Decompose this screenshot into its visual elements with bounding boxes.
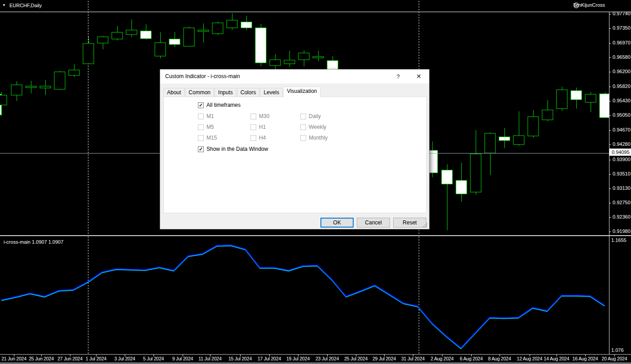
timeframe-m30-checkbox-label: M30 [259, 113, 269, 119]
candlestick [212, 23, 223, 34]
price-axis-label: 0.91980 [613, 228, 631, 234]
price-axis-label: 0.96580 [613, 54, 631, 60]
candlestick [155, 43, 166, 56]
timeframe-m5-checkbox-box[interactable] [198, 124, 204, 130]
show-data-window-checkbox-box[interactable]: ✓ [198, 146, 204, 152]
price-tick [609, 130, 611, 131]
price-axis-label: 0.97350 [613, 25, 631, 31]
candlestick [470, 154, 481, 192]
time-axis-label: 23 Jul 2024 [316, 356, 339, 361]
timeframe-h1-checkbox-box[interactable] [250, 124, 256, 130]
tab-colors[interactable]: Colors [237, 88, 260, 97]
candlestick [528, 117, 539, 136]
timeframe-daily-checkbox-label: Daily [309, 113, 321, 119]
tab-levels[interactable]: Levels [260, 88, 283, 97]
indicator-badge: TenKijunCross [573, 2, 605, 8]
time-axis-label: 1 Jul 2024 [86, 356, 106, 361]
timeframe-h4-checkbox[interactable]: H4 [250, 135, 266, 141]
candlestick [241, 22, 252, 28]
time-axis-label: 6 Aug 2024 [460, 356, 482, 361]
timeframe-daily-checkbox-box[interactable] [300, 114, 306, 119]
show-data-window-checkbox[interactable]: ✓Show in the Data Window [198, 146, 268, 152]
price-axis-label: 0.96200 [613, 69, 631, 74]
timeframe-m15-checkbox[interactable]: M15 [198, 135, 217, 141]
timeframe-m30-checkbox-box[interactable] [250, 114, 256, 119]
indicator-properties-dialog: Custom Indicator - i-cross-main ? ✕ Abou… [160, 69, 429, 229]
timeframe-weekly-checkbox-box[interactable] [300, 124, 306, 130]
time-axis-label: 3 Jul 2024 [114, 356, 135, 361]
candlestick [83, 44, 94, 64]
symbol-period-text: EURCHF,Daily [9, 3, 42, 8]
mt5-chart-window: ▼ EURCHF,Daily TenKijunCross i-cross-mai… [0, 0, 631, 364]
price-tick [609, 57, 611, 58]
price-tick [609, 145, 611, 145]
candlestick [442, 170, 452, 184]
timeframe-m15-checkbox-label: M15 [206, 135, 217, 141]
timeframe-daily-checkbox[interactable]: Daily [300, 113, 321, 119]
tab-visualization[interactable]: Visualization [283, 87, 320, 97]
price-tick [609, 160, 611, 160]
time-axis-label: 25 Jul 2024 [344, 356, 368, 361]
price-axis[interactable]: 0.977400.973500.969700.965800.962000.958… [609, 0, 631, 355]
time-axis-border [0, 354, 631, 355]
time-axis-label: 15 Jul 2024 [228, 356, 252, 361]
tab-common[interactable]: Common [185, 88, 214, 97]
timeframe-weekly-checkbox-label: Weekly [309, 124, 326, 130]
price-tick [609, 203, 611, 203]
close-button[interactable]: ✕ [414, 72, 424, 81]
symbol-label[interactable]: ▼ EURCHF,Daily [2, 3, 42, 8]
timeframe-m1-checkbox-box[interactable] [198, 114, 204, 119]
time-axis-label: 17 Jul 2024 [258, 356, 281, 361]
price-axis-label: 0.92360 [613, 214, 631, 219]
candlestick [600, 94, 609, 118]
candlestick [140, 31, 151, 39]
timeframe-weekly-checkbox[interactable]: Weekly [300, 124, 326, 130]
chart-top-border [0, 12, 631, 12]
time-axis-label: 12 Aug 2024 [517, 356, 543, 361]
candlestick [313, 57, 324, 58]
window-bottom-border [0, 363, 631, 364]
dialog-resize-grip[interactable] [426, 226, 427, 227]
timeframe-m1-checkbox[interactable]: M1 [198, 113, 214, 119]
price-tick [609, 87, 611, 87]
timeframe-monthly-checkbox[interactable]: Monthly [300, 135, 328, 141]
current-price-tag: 0.94095 [609, 149, 631, 156]
price-axis-label: 0.92750 [613, 200, 631, 205]
time-axis-label: 27 Jun 2024 [57, 356, 83, 361]
timeframe-m5-checkbox-label: M5 [206, 124, 214, 130]
subwindow-min-label: 1.076 [611, 347, 624, 353]
price-tick [609, 14, 611, 14]
timeframe-m30-checkbox[interactable]: M30 [250, 113, 269, 119]
price-axis-label: 0.93130 [613, 185, 631, 191]
cancel-button[interactable]: Cancel [357, 218, 390, 228]
candlestick [557, 90, 567, 109]
tab-about[interactable]: About [163, 88, 184, 97]
chevron-down-icon: ▼ [2, 4, 6, 7]
timeframe-monthly-checkbox-box[interactable] [300, 135, 306, 141]
ok-button[interactable]: OK [320, 218, 354, 228]
all-timeframes-checkbox-box[interactable]: ✓ [198, 102, 204, 108]
timeframe-m5-checkbox[interactable]: M5 [198, 124, 214, 130]
time-axis-label: 31 Jul 2024 [401, 356, 425, 361]
price-axis-label: 0.93510 [613, 171, 631, 176]
reset-button[interactable]: Reset [393, 218, 426, 228]
price-tick [609, 232, 611, 232]
timeframe-m15-checkbox-box[interactable] [198, 135, 204, 141]
candlestick [40, 86, 51, 88]
dialog-titlebar[interactable]: Custom Indicator - i-cross-main ? ✕ [160, 70, 429, 83]
candlestick [184, 28, 194, 46]
help-button[interactable]: ? [393, 72, 403, 81]
timeframe-h4-checkbox-box[interactable] [250, 135, 256, 141]
timeframe-h1-checkbox-label: H1 [259, 124, 266, 130]
price-axis-label: 0.96970 [613, 40, 631, 45]
tab-inputs[interactable]: Inputs [215, 88, 237, 97]
time-axis-label: 19 Jul 2024 [286, 356, 310, 361]
time-axis-label: 11 Jul 2024 [198, 356, 221, 361]
candlestick [284, 60, 295, 64]
subwindow-divider[interactable] [0, 235, 631, 236]
all-timeframes-checkbox[interactable]: ✓All timeframes [198, 102, 241, 108]
time-axis-label: 5 Jul 2024 [143, 356, 164, 361]
candlestick [0, 95, 7, 105]
price-tick [609, 101, 611, 101]
timeframe-h1-checkbox[interactable]: H1 [250, 124, 266, 130]
